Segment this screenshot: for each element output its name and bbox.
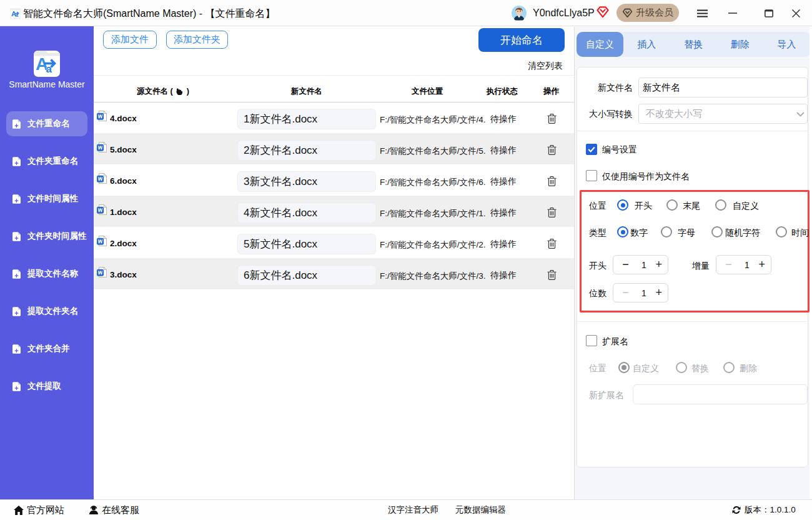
svg-text:a: a xyxy=(46,63,52,75)
